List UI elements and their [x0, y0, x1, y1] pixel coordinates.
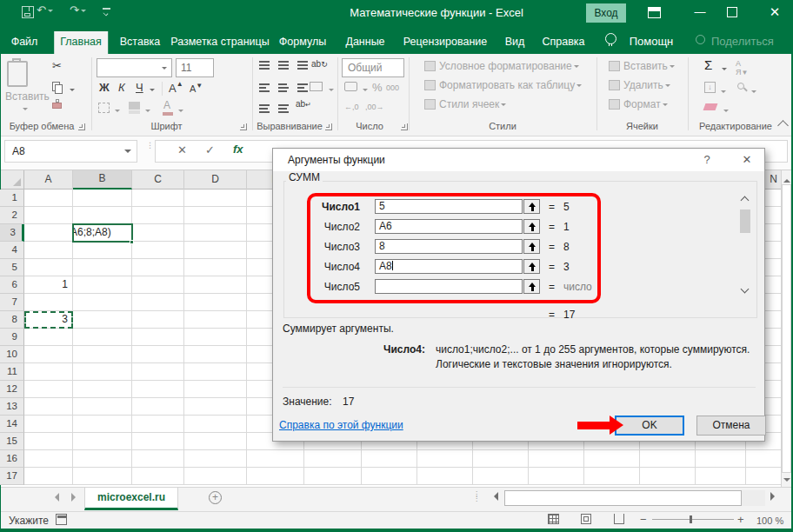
- row-header-11[interactable]: 11: [0, 363, 24, 381]
- copy-icon[interactable]: [52, 82, 60, 91]
- select-all-corner[interactable]: [0, 170, 24, 190]
- fill-dropdown[interactable]: [719, 85, 726, 97]
- align-icon[interactable]: [259, 83, 271, 94]
- share-button[interactable]: Поделиться: [711, 31, 772, 54]
- tab-формулы[interactable]: Формулы: [273, 31, 332, 54]
- cells-item-2[interactable]: Формат: [609, 98, 668, 116]
- row-header-7[interactable]: 7: [0, 294, 24, 311]
- vertical-scroll-thumb[interactable]: [782, 184, 791, 473]
- row-header-14[interactable]: 14: [0, 416, 24, 433]
- find-select-icon[interactable]: [737, 83, 744, 90]
- styles-item-0[interactable]: Условное форматирование: [424, 60, 579, 77]
- percent-style-button[interactable]: %: [372, 81, 383, 94]
- name-box-dropdown[interactable]: [124, 150, 131, 156]
- orientation-button[interactable]: ab↻: [311, 59, 328, 69]
- ribbon-display-options-icon[interactable]: [648, 7, 661, 18]
- page-break-view-icon[interactable]: [614, 514, 624, 524]
- zoom-slider-thumb[interactable]: [690, 515, 692, 523]
- row-header-15[interactable]: 15: [0, 433, 24, 450]
- row-header-2[interactable]: 2: [0, 207, 24, 224]
- row-header-5[interactable]: 5: [0, 259, 24, 276]
- italic-button[interactable]: К: [118, 81, 125, 94]
- row-header-4[interactable]: 4: [0, 242, 24, 259]
- clipboard-dialog-launcher[interactable]: [78, 123, 85, 130]
- tab-вид[interactable]: Вид: [499, 31, 531, 54]
- paste-dropdown[interactable]: [21, 103, 28, 115]
- font-size-combo[interactable]: 11: [176, 58, 214, 77]
- column-header-C[interactable]: C: [132, 170, 184, 190]
- scroll-down-icon[interactable]: [783, 478, 790, 485]
- borders-dropdown[interactable]: [113, 104, 120, 116]
- help-link[interactable]: Справка по этой функции: [279, 419, 403, 431]
- align-icon[interactable]: [297, 61, 310, 71]
- cells-item-1[interactable]: Удалить: [609, 79, 670, 96]
- dialog-close-icon[interactable]: ✕: [741, 153, 753, 166]
- column-header-D[interactable]: D: [184, 170, 247, 190]
- align-icon[interactable]: [297, 83, 310, 94]
- normal-view-icon[interactable]: [548, 514, 559, 524]
- tab-главная[interactable]: Главная: [54, 31, 108, 54]
- row-header-1[interactable]: 1: [0, 190, 24, 207]
- tabbar-resize-handle[interactable]: ⋮⋮: [473, 492, 480, 501]
- alignment-dialog-launcher[interactable]: [325, 123, 332, 130]
- tab-file[interactable]: Файл: [5, 31, 44, 54]
- tab-разметка-страницы[interactable]: Разметка страницы: [164, 31, 275, 54]
- shrink-font-button[interactable]: A▼: [190, 82, 203, 94]
- format-painter-icon[interactable]: [52, 103, 62, 109]
- fill-handle[interactable]: [130, 240, 134, 244]
- styles-item-2[interactable]: Стили ячеек: [424, 98, 506, 116]
- font-dialog-launcher[interactable]: [240, 123, 247, 130]
- close-button[interactable]: ✕: [762, 0, 788, 26]
- sort-filter-button[interactable]: АЯ▼: [736, 59, 748, 76]
- hscroll-right-icon[interactable]: [770, 492, 779, 501]
- cell-A6[interactable]: 1: [24, 276, 68, 293]
- confirm-entry-icon[interactable]: ✓: [205, 143, 215, 156]
- fill-color-dropdown[interactable]: [143, 104, 150, 116]
- clear-icon[interactable]: [703, 103, 718, 110]
- sheet-next-icon[interactable]: [71, 493, 80, 502]
- row-header-10[interactable]: 10: [0, 346, 24, 363]
- row-header-16[interactable]: 16: [0, 450, 24, 468]
- merge-center-icon[interactable]: [310, 82, 323, 91]
- wrap-text-button[interactable]: ab↵: [296, 99, 311, 109]
- fill-button[interactable]: ↓: [704, 82, 716, 93]
- column-header-B[interactable]: B: [73, 170, 132, 190]
- tab-справка[interactable]: Справка: [536, 31, 590, 54]
- number-format-combo[interactable]: Общий: [342, 58, 404, 77]
- tellme-bulb-icon[interactable]: [605, 33, 616, 44]
- increase-decimal-button[interactable]: ←,0: [344, 103, 359, 111]
- macro-record-icon[interactable]: [56, 514, 67, 525]
- align-icon[interactable]: [278, 83, 290, 94]
- page-layout-view-icon[interactable]: [581, 514, 591, 524]
- align-icon[interactable]: [259, 61, 271, 71]
- underline-button[interactable]: Ч: [136, 81, 143, 94]
- decrease-decimal-button[interactable]: ,00→: [365, 103, 384, 111]
- borders-icon[interactable]: [98, 103, 110, 113]
- sheet-prev-icon[interactable]: [50, 493, 59, 502]
- accounting-format-icon[interactable]: [344, 82, 357, 91]
- tab-рецензирование[interactable]: Рецензирование: [397, 31, 494, 54]
- tab-данные[interactable]: Данные: [339, 31, 390, 54]
- row-header-17[interactable]: 17: [0, 468, 24, 485]
- new-sheet-button[interactable]: +: [209, 491, 222, 504]
- align-icon[interactable]: [278, 61, 290, 71]
- font-color-dropdown[interactable]: [177, 104, 183, 116]
- row-header-8[interactable]: 8: [0, 311, 24, 329]
- sheet-tab-active[interactable]: microexcel.ru: [84, 488, 178, 510]
- zoom-out-button[interactable]: −: [640, 513, 647, 526]
- align-icon[interactable]: [259, 104, 271, 115]
- name-box[interactable]: A8: [4, 140, 137, 163]
- cut-icon[interactable]: ✂: [52, 59, 62, 72]
- dialog-help-icon[interactable]: ?: [701, 153, 713, 166]
- args-scroll-thumb[interactable]: [740, 209, 750, 233]
- font-color-icon[interactable]: А: [163, 99, 170, 111]
- cancel-button[interactable]: Отмена: [696, 416, 766, 436]
- sign-in-button[interactable]: Вход: [586, 3, 626, 23]
- hscroll-thumb[interactable]: [504, 490, 742, 506]
- merge-center-dropdown[interactable]: [327, 83, 334, 96]
- minimize-button[interactable]: —: [687, 0, 713, 26]
- copy-dropdown[interactable]: [68, 83, 75, 96]
- zoom-level-label[interactable]: 100 %: [756, 515, 783, 526]
- bold-button[interactable]: Ж: [99, 81, 110, 94]
- paste-button[interactable]: Вставить: [5, 90, 43, 103]
